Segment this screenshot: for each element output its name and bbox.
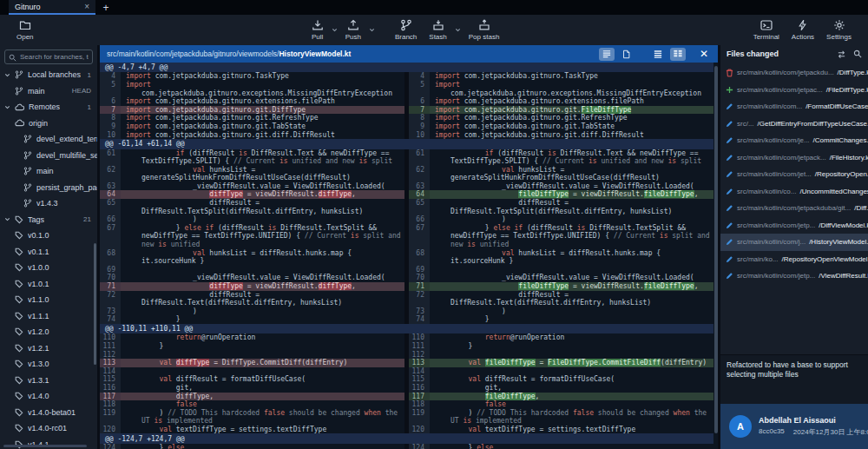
branch-search-box[interactable] [4,50,93,64]
file-row-filedifftype-kt[interactable]: src/main/kotlin/com/jetpac.../FileDiffTy… [720,82,868,99]
file-row-diffviewmodel-kt[interactable]: src/main/kotlin/com/jetp.../DiffViewMode… [720,217,868,234]
diff-right-line: 67 } else if (diffResult is DiffResult.T… [409,224,713,249]
diff-right-line: 10import com.jetpackduba.gitnuro.git.dif… [409,131,713,140]
tree-section-local-branches[interactable]: Local branches1 [0,67,97,83]
code-text: import com.jetpackduba.gitnuro.git.FileD… [430,106,713,115]
tree-item-v1-4-0-beta01[interactable]: v1.4.0-beta01 [0,405,97,421]
push-dropdown-chevron-icon[interactable] [369,27,375,33]
diff-right-line: 68 val hunksList = diffResult.hunks.map … [409,249,713,266]
pop-stash-button[interactable]: Pop stash [463,18,506,42]
tree-item-devel-extend-terminal[interactable]: devel_extend_terminal [0,131,97,148]
tree-item-v1-0-1[interactable]: v1.0.1 [0,276,97,293]
diff-left-line: 68 val hunksList = diffResult.hunks.map … [100,249,404,266]
tree-section-tags[interactable]: Tags21 [0,212,97,228]
diff-right-line: 5import com.jetpackduba.gitnuro.exceptio… [409,81,713,97]
tree-item-devel-multifile-selecti[interactable]: devel_multifile_selecti [0,148,97,164]
diff-left-line: 70 _viewDiffResult.value = ViewDiffResul… [100,274,404,282]
tab-gitnuro[interactable]: Gitnuro × [9,0,95,15]
tree-item-v1-1-1[interactable]: v1.1.1 [0,308,97,325]
file-row-filehistory-kt[interactable]: src/main/kotlin/com/jetpack.../FileHisto… [720,149,868,167]
tree-item-persist-graph-padding[interactable]: persist_graph_padding [0,180,97,196]
terminal-button[interactable]: Terminal [747,18,786,42]
branch-icon [15,87,23,96]
tree-item-v0-1-0[interactable]: v0.1.0 [0,228,97,244]
code-text: ) [121,307,404,316]
view-toggle-icon[interactable] [837,50,846,59]
line-number: 8 [100,114,121,122]
diff-line-row: 66 )66 ) [100,215,713,224]
sidebar-vertical-scrollbar[interactable] [94,243,96,365]
tree-item-v1-3-0[interactable]: v1.3.0 [0,356,97,373]
diff-scrollbar[interactable] [714,64,718,447]
tag-icon [15,424,23,432]
tree-item-v1-4-0[interactable]: v1.4.0 [0,388,97,405]
tree-item-v1-2-1[interactable]: v1.2.1 [0,340,97,357]
chevron-down-icon[interactable] [4,104,10,110]
close-diff-icon[interactable]: ✕ [697,49,711,59]
open-button[interactable]: Open [10,18,40,42]
file-row-repositoryopen-kt[interactable]: src/main/kotlin/com/jet.../RepositoryOpe… [720,166,868,183]
file-row-repositoryopenviewmodel-kt[interactable]: src/main/ko.../RepositoryOpenViewModel.k… [720,251,868,268]
file-row-uncommittedchanges-kt[interactable]: src/main/kotlin/co.../UncommittedChanges… [720,183,868,201]
search-icon[interactable] [853,50,862,58]
line-number: 7 [100,106,121,115]
branch-button[interactable]: Branch [389,18,423,42]
diff-line-row: 115 val diffResult = formatDiffUseCase(1… [100,375,713,384]
code-text: } else if (diffResult is DiffResult.Text… [430,224,713,249]
file-row-viewdiffresult-kt[interactable]: src/main/kotlin/com/jetp.../ViewDiffResu… [720,267,868,285]
diff-left-line: 62 val hunksList = generateSplitHunkFrom… [100,166,404,182]
tree-item-v0-1-1[interactable]: v0.1.1 [0,244,97,261]
sidebar-horizontal-scrollbar[interactable] [3,445,87,447]
code-text: val hunksList = diffResult.hunks.map { i… [430,249,713,266]
tree-item-origin[interactable]: origin [0,116,97,132]
line-number: 116 [100,384,121,393]
tree-item-v1-4-3[interactable]: v1.4.3 [0,195,97,212]
pull-dropdown-chevron-icon[interactable] [332,27,338,33]
file-view-icon[interactable] [619,48,635,61]
diff-right-line: 115 val diffResult = formatDiffUseCase( [409,375,713,384]
commit-author-card[interactable]: A Abdellah El Aissaoui 8cc0c35 2024年12月3… [720,404,868,449]
chevron-down-icon[interactable] [4,216,10,222]
tree-item-v1-2-0[interactable]: v1.2.0 [0,324,97,340]
file-row-difftype-kt[interactable]: src/main/kotlin/com/jetpackdu.../DiffTyp… [720,64,868,82]
settings-button[interactable]: Settings [820,18,858,42]
actions-button[interactable]: Actions [786,18,820,42]
code-text: fileDiffType, [430,393,713,401]
split-view-icon[interactable] [670,48,686,61]
stash-button[interactable]: Stash [423,18,452,42]
tree-item-v1-0-0[interactable]: v1.0.0 [0,260,97,276]
tree-item-main[interactable]: mainHEAD [0,83,97,100]
line-number: 74 [409,315,430,324]
line-number: 4 [100,72,121,81]
close-tab-icon[interactable]: × [84,3,89,11]
line-number: 65 [100,199,121,215]
tree-item-v1-1-0[interactable]: v1.1.0 [0,292,97,308]
branch-search-input[interactable] [20,53,89,61]
file-row-historyviewmodel-kt[interactable]: src/main/kotlin/com/j.../HistoryViewMode… [720,234,868,251]
tree-item-v1-3-1[interactable]: v1.3.1 [0,373,97,389]
text-diff-toggle-icon[interactable] [599,48,615,61]
new-tab-button[interactable]: + [95,0,116,15]
chevron-down-icon[interactable] [4,72,10,78]
stash-dropdown-chevron-icon[interactable] [455,27,461,33]
line-number: 113 [100,359,121,367]
diff-right-line: 8import com.jetpackduba.gitnuro.git.Refr… [409,114,713,122]
diff-line-row: 113 val diffType = DiffType.CommitDiff(d… [100,359,713,367]
tree-section-remotes[interactable]: Remotes1 [0,99,97,116]
code-text: } else [121,444,404,449]
tag-icon [15,231,23,240]
diff-scrollbar-thumb[interactable] [714,66,718,433]
diff-left-line: 8import com.jetpackduba.gitnuro.git.Refr… [100,114,404,122]
file-row-formatdiffusecase-kt[interactable]: src/main/kotlin/com.../FormatDiffUseCase… [720,98,868,116]
tree-item-v1-4-0-rc01[interactable]: v1.4.0-rc01 [0,420,97,437]
tree-item-main[interactable]: main [0,163,97,180]
unified-view-icon[interactable] [650,48,666,61]
code-text: _viewDiffResult.value = ViewDiffResult.L… [121,274,404,282]
avatar: A [729,415,752,438]
file-row-commitchanges-kt[interactable]: src/main/kotlin/com/je.../CommitChanges.… [720,132,868,149]
file-row-diff-kt[interactable]: src/main/kotlin/com/jetpackduba/git.../D… [720,200,868,217]
pull-button[interactable]: Pull [306,18,330,42]
diff-line-row: 9import com.jetpackduba.gitnuro.git.TabS… [100,122,713,131]
push-button[interactable]: Push [339,18,367,42]
file-row-getdiffentryfromdifftypeusecase-kt[interactable]: src/.../GetDiffEntryFromDiffTypeUseCase.… [720,116,868,133]
